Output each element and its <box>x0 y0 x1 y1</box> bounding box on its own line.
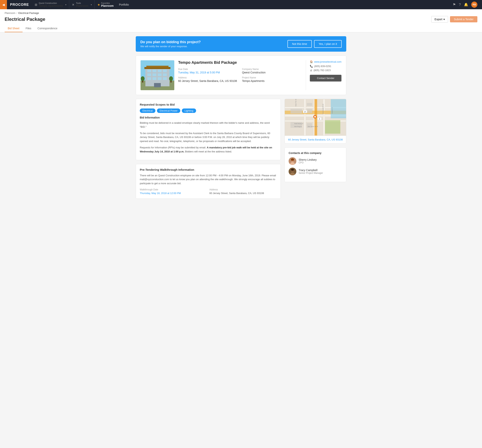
svg-text:3: 3 <box>319 118 320 120</box>
map-area: 3 1A Hom Tin St Kwai Heung St Mui Fong S… <box>285 99 346 136</box>
due-date-value: Tuesday, May 31, 2019 at 5:00 PM <box>178 71 238 74</box>
svg-text:Mui Fong St: Mui Fong St <box>294 126 302 127</box>
walkthrough-date-value: Thursday, May 18, 2018 at 12:00 PM <box>140 192 207 195</box>
svg-rect-26 <box>304 99 306 136</box>
portfolio-nav-link[interactable]: Portfolio <box>116 3 131 6</box>
tools-nav-section[interactable]: ✕ Tools Planroom ▾ <box>69 0 95 9</box>
user-avatar[interactable]: RB <box>471 1 477 8</box>
svg-rect-31 <box>331 99 346 118</box>
bid-info-para-2: To be considered, bids must be received … <box>140 131 277 143</box>
scope-tags: Electrical Electrical Power Lighting <box>140 109 277 113</box>
svg-rect-7 <box>158 70 161 72</box>
notifications-bell-icon[interactable]: 🔔 <box>464 2 468 7</box>
page-tabs: Bid Sheet Files Correspondence <box>5 25 477 32</box>
svg-rect-6 <box>153 70 156 72</box>
contacts-card: Contacts at this company <box>285 147 346 182</box>
bid-info-para-3: Requests for Information (RFIs) may be s… <box>140 146 277 154</box>
phone-number: 📞 (805) 839-0291 <box>310 65 341 68</box>
website-link[interactable]: 🏠 www.joneselectrical.com <box>310 60 341 63</box>
svg-rect-13 <box>147 77 151 80</box>
breadcrumb: Planroom / Electrical Package <box>5 12 477 15</box>
scopes-card-title: Requested Scopes to Bid <box>140 103 277 106</box>
address-value: 60 Jersey Street, Santa Barabara, CA, US… <box>178 79 238 82</box>
project-nav-section[interactable]: ⊞ Quest Construction Tempo Apartments ▾ <box>32 0 69 9</box>
walkthrough-title: Pre-Tendering Walkthrough Information <box>140 168 277 171</box>
svg-rect-11 <box>158 73 161 76</box>
home-icon: 🏠 <box>310 60 313 63</box>
svg-text:1A: 1A <box>304 111 306 113</box>
project-name-label: Project Name <box>242 76 302 79</box>
tools-wrench-icon: ✕ <box>72 3 74 7</box>
bid-package-fields: Due Date Tuesday, May 31, 2019 at 5:00 P… <box>178 68 302 82</box>
page-header: Planroom / Electrical Package Electrical… <box>0 9 482 32</box>
svg-rect-9 <box>147 73 151 76</box>
svg-rect-14 <box>153 77 156 80</box>
svg-text:Connaught Rd W: Connaught Rd W <box>322 104 324 114</box>
export-label: Export <box>434 18 442 21</box>
tab-correspondence[interactable]: Correspondence <box>34 25 61 32</box>
map-address-link[interactable]: 60 Jersey Street, Santa Barabara, CA, US… <box>285 136 346 143</box>
not-this-time-button[interactable]: Not this time <box>288 40 312 48</box>
back-icon: ◀ <box>2 3 5 7</box>
two-col-layout: Requested Scopes to Bid Electrical Elect… <box>136 99 346 199</box>
svg-rect-4 <box>146 66 169 68</box>
address-label: Address <box>178 76 238 79</box>
favorites-nav-main: Planroom <box>101 4 114 7</box>
svg-point-60 <box>291 169 294 171</box>
scopes-card: Requested Scopes to Bid Electrical Elect… <box>136 99 281 160</box>
procore-logo: PROCORE <box>10 3 29 7</box>
contact-sender-button[interactable]: Contact Sender <box>310 75 341 81</box>
breadcrumb-planroom-link[interactable]: Planroom <box>5 12 16 15</box>
svg-rect-34 <box>307 109 312 113</box>
contact-name-tracy: Tracy Campbell <box>299 169 323 172</box>
svg-rect-33 <box>307 103 312 106</box>
project-nav-main: Tempo Apartments <box>39 4 63 7</box>
banner-title: Do you plan on bidding this project? <box>140 40 201 44</box>
contacts-title: Contacts at this company <box>289 151 342 155</box>
banner-subtitle: We will notify the sender of your respon… <box>140 45 201 48</box>
breadcrumb-separator: / <box>16 12 17 15</box>
export-button[interactable]: Export ▾ <box>431 16 448 23</box>
bid-package-contact: 🏠 www.joneselectrical.com 📞 (805) 839-02… <box>306 60 341 90</box>
svg-point-19 <box>141 76 145 81</box>
svg-rect-36 <box>307 123 312 128</box>
svg-point-43 <box>314 116 316 118</box>
tab-files[interactable]: Files <box>23 25 34 32</box>
favorites-nav-section[interactable]: ★ Favorites Planroom <box>95 2 116 7</box>
company-name-label: Company Name <box>242 68 302 71</box>
contact-avatar-sherry <box>289 157 296 165</box>
walkthrough-fields: Walkthrough Date Thursday, May 18, 2018 … <box>140 188 277 195</box>
export-dropdown-icon: ▾ <box>443 18 445 21</box>
bid-info-title: Bid Information <box>140 116 277 119</box>
svg-rect-5 <box>147 70 151 72</box>
svg-rect-10 <box>153 73 156 76</box>
main-content: Do you plan on bidding this project? We … <box>131 32 351 203</box>
fax-icon: 🖨 <box>310 69 312 72</box>
svg-text:Eastern St: Eastern St <box>331 107 333 113</box>
svg-rect-37 <box>325 120 340 134</box>
banner-actions: Not this time Yes, I plan on it <box>288 40 342 48</box>
yes-plan-on-it-button[interactable]: Yes, I plan on it <box>314 40 342 48</box>
submit-tender-button[interactable]: Submit a Tender <box>450 16 477 22</box>
page-title: Electrical Package <box>5 16 45 22</box>
bid-info-para-1: Bidding must be delivered in a sealed en… <box>140 121 277 129</box>
scope-tag-electrical-power: Electrical Power <box>157 109 180 113</box>
contact-person-1: Sherry Lindsey CFO <box>289 157 342 165</box>
project-grid-icon: ⊞ <box>35 3 37 7</box>
tab-bid-sheet[interactable]: Bid Sheet <box>5 25 23 32</box>
walkthrough-address-label: Address <box>209 188 277 191</box>
right-column: 3 1A Hom Tin St Kwai Heung St Mui Fong S… <box>285 99 346 199</box>
help-icon[interactable]: ? <box>459 3 461 7</box>
project-name-value: Tempo Apartments <box>242 79 302 82</box>
svg-rect-32 <box>290 109 302 113</box>
flag-icon[interactable]: ⚑ <box>453 2 456 7</box>
project-nav-sub: Quest Construction <box>39 2 63 4</box>
svg-rect-17 <box>154 83 161 87</box>
bid-package-info: Tempo Apartments Bid Package Due Date Tu… <box>178 60 302 90</box>
back-button[interactable]: ◀ <box>0 0 7 9</box>
walkthrough-date-label: Walkthrough Date <box>140 188 207 191</box>
bid-package-card: Tempo Apartments Bid Package Due Date Tu… <box>136 55 346 95</box>
walkthrough-address-value: 60 Jersey Street, Santa Barabara, CA, US… <box>209 192 277 195</box>
page-actions: Export ▾ Submit a Tender <box>431 16 477 23</box>
tools-nav-sub: Tools <box>76 2 88 4</box>
